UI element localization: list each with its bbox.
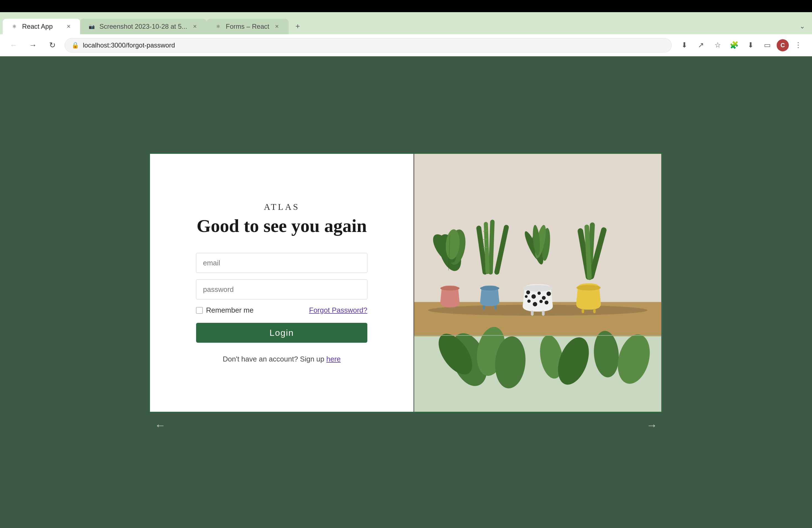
tab-screenshot[interactable]: 📷 Screenshot 2023-10-28 at 5... ✕ <box>80 19 207 34</box>
tab-react-app-close[interactable]: ✕ <box>64 23 72 30</box>
signup-link[interactable]: here <box>326 355 340 363</box>
form-options: Remember me Forgot Password? <box>196 306 367 314</box>
tab-forms-react-favicon: ⚛ <box>214 23 222 30</box>
svg-rect-35 <box>531 311 534 316</box>
remember-me-checkbox[interactable] <box>196 307 203 314</box>
tab-screenshot-title: Screenshot 2023-10-28 at 5... <box>99 23 187 30</box>
svg-point-29 <box>547 291 551 296</box>
extensions-button[interactable]: 🧩 <box>727 38 741 53</box>
remember-me-label[interactable]: Remember me <box>196 306 253 314</box>
profile-avatar[interactable]: C <box>777 39 789 52</box>
brand-name: ATLAS <box>264 202 300 212</box>
tab-screenshot-favicon: 📷 <box>88 23 96 30</box>
toolbar-actions: ⬇ ↗ ☆ 🧩 ⬇ ▭ C ⋮ <box>677 38 806 53</box>
svg-point-16 <box>480 286 499 290</box>
tab-extend-button[interactable]: ⌄ <box>795 19 809 33</box>
signup-static-text: Don't have an account? Sign up <box>222 355 326 363</box>
address-bar[interactable]: 🔒 localhost:3000/forgot-password <box>64 38 672 53</box>
svg-rect-18 <box>494 305 497 310</box>
svg-point-34 <box>525 295 527 298</box>
tab-forms-react-close[interactable]: ✕ <box>273 23 281 30</box>
svg-point-27 <box>537 291 541 295</box>
new-tab-button[interactable]: + <box>291 19 305 33</box>
svg-point-32 <box>539 299 543 303</box>
login-form-panel: ATLAS Good to see you again Remember me … <box>150 154 414 412</box>
svg-rect-36 <box>542 311 545 316</box>
share-button[interactable]: ↗ <box>694 38 708 53</box>
svg-point-30 <box>527 299 531 303</box>
forward-button[interactable]: → <box>26 39 40 52</box>
plant-image-panel <box>414 154 662 412</box>
signup-text: Don't have an account? Sign up here <box>222 355 340 363</box>
svg-point-33 <box>545 300 549 304</box>
login-heading: Good to see you again <box>197 216 367 236</box>
email-input[interactable] <box>196 253 367 273</box>
svg-point-8 <box>440 286 460 290</box>
svg-point-31 <box>533 302 537 306</box>
reload-button[interactable]: ↻ <box>45 39 59 52</box>
svg-point-25 <box>526 290 530 294</box>
lock-icon: 🔒 <box>72 42 79 49</box>
forgot-password-link[interactable]: Forgot Password? <box>309 306 367 314</box>
download-to-computer-button[interactable]: ⬇ <box>677 38 692 53</box>
svg-point-26 <box>532 294 536 298</box>
next-arrow[interactable]: → <box>646 419 657 431</box>
browser-toolbar: ← → ↻ 🔒 localhost:3000/forgot-password ⬇… <box>0 34 812 56</box>
menu-button[interactable]: ⋮ <box>791 38 806 53</box>
svg-rect-17 <box>483 305 485 310</box>
password-input[interactable] <box>196 279 367 299</box>
plant-illustration <box>414 154 662 412</box>
remember-me-text: Remember me <box>206 306 253 314</box>
svg-point-28 <box>542 296 546 299</box>
tab-react-app-favicon: ⚛ <box>11 23 18 30</box>
page-navigation: ← → <box>149 419 663 431</box>
browser-titlebar <box>0 0 812 12</box>
browser-tabbar: ⚛ React App ✕ 📷 Screenshot 2023-10-28 at… <box>0 12 812 34</box>
password-form-group <box>196 279 367 299</box>
url-display: localhost:3000/forgot-password <box>83 41 665 49</box>
prev-arrow[interactable]: ← <box>155 419 166 431</box>
tab-screenshot-close[interactable]: ✕ <box>191 23 199 30</box>
email-form-group <box>196 253 367 273</box>
login-card: ATLAS Good to see you again Remember me … <box>149 153 663 413</box>
tab-forms-react[interactable]: ⚛ Forms – React ✕ <box>207 19 289 34</box>
svg-rect-43 <box>593 309 596 313</box>
bookmark-button[interactable]: ☆ <box>710 38 725 53</box>
svg-rect-42 <box>582 309 584 313</box>
cast-button[interactable]: ▭ <box>760 38 774 53</box>
page-content: ATLAS Good to see you again Remember me … <box>0 56 812 528</box>
svg-point-41 <box>576 285 600 290</box>
save-button[interactable]: ⬇ <box>743 38 758 53</box>
back-button[interactable]: ← <box>6 39 20 52</box>
tab-react-app-title: React App <box>22 23 61 30</box>
login-button[interactable]: Login <box>196 323 367 343</box>
tab-forms-react-title: Forms – React <box>226 23 269 30</box>
tab-react-app[interactable]: ⚛ React App ✕ <box>3 19 80 34</box>
svg-point-24 <box>523 285 552 291</box>
